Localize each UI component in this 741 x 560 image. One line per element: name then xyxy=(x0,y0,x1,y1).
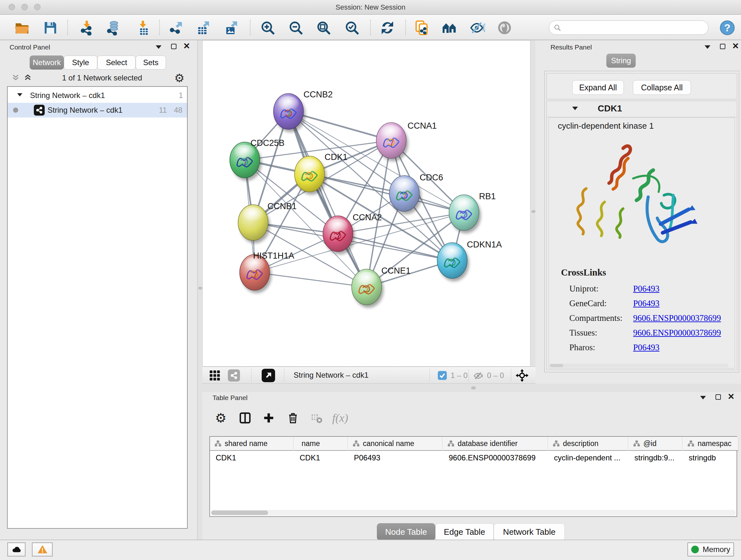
zoom-selected-button[interactable] xyxy=(343,19,360,37)
string-view-icon[interactable] xyxy=(228,369,240,381)
table-cell[interactable]: P06493 xyxy=(348,451,443,464)
table-hscrollbar[interactable] xyxy=(211,510,736,516)
network-node-CCNB1[interactable]: CCNB1 xyxy=(238,201,297,243)
network-node-CDC25B[interactable]: CDC25B xyxy=(230,138,285,181)
collapse-all-button[interactable]: Collapse All xyxy=(633,80,691,95)
fit-content-crosshair-icon[interactable] xyxy=(516,369,529,382)
cloud-status-button[interactable] xyxy=(7,543,25,557)
panel-close-icon[interactable]: ✕ xyxy=(728,393,735,400)
column-header-namespac[interactable]: namespac xyxy=(683,437,738,451)
panel-float-icon[interactable] xyxy=(716,394,721,400)
network-node-CCNB2[interactable]: CCNB2 xyxy=(273,90,333,132)
help-button[interactable]: ? xyxy=(719,19,736,37)
create-column-icon[interactable] xyxy=(261,410,276,426)
network-node-CDC6[interactable]: CDC6 xyxy=(389,173,443,214)
table-hscrollbar-thumb[interactable] xyxy=(211,510,268,515)
crosslink-link[interactable]: P06493 xyxy=(633,299,660,308)
horizontal-splitter[interactable] xyxy=(202,384,741,392)
import-network-file-button[interactable] xyxy=(78,19,95,37)
search-input[interactable] xyxy=(564,22,704,33)
warning-status-button[interactable] xyxy=(32,543,53,557)
selected-checkbox-icon[interactable] xyxy=(438,371,447,380)
traffic-light-minimize-icon[interactable] xyxy=(21,4,28,10)
panel-float-icon[interactable] xyxy=(171,44,177,49)
birdseye-view-icon[interactable] xyxy=(262,369,275,382)
table-cell[interactable]: CDK1 xyxy=(210,451,293,464)
table-cell[interactable]: stringdb xyxy=(683,451,738,464)
export-network-button[interactable] xyxy=(167,19,185,37)
crosslink-link[interactable]: 9606.ENSP00000378699 xyxy=(633,313,721,323)
tab-edge-table[interactable]: Edge Table xyxy=(435,523,494,541)
network-node-HIST1H1A[interactable]: HIST1H1A xyxy=(240,251,294,293)
expand-all-chevrons-icon[interactable] xyxy=(23,73,32,82)
column-header-database-identifier[interactable]: database identifier xyxy=(443,437,548,451)
results-hscrollbar[interactable] xyxy=(549,364,728,368)
column-header--id[interactable]: @id xyxy=(629,437,683,451)
zoom-fit-button[interactable] xyxy=(315,19,332,37)
tab-select[interactable]: Select xyxy=(97,56,136,70)
panel-menu-icon[interactable] xyxy=(700,396,706,399)
memory-button[interactable]: Memory xyxy=(687,543,734,557)
network-node-CDK1[interactable]: CDK1 xyxy=(294,152,347,195)
tree-expand-caret-icon[interactable] xyxy=(17,93,22,97)
table-options-gear-icon[interactable]: ⚙ xyxy=(213,410,228,426)
export-table-button[interactable] xyxy=(195,19,212,37)
network-edge-CCNA2-CDKN1A[interactable] xyxy=(338,234,452,260)
show-graphics-details-button[interactable] xyxy=(496,19,513,37)
column-header-shared-name[interactable]: shared name xyxy=(210,437,293,451)
import-table-file-button[interactable] xyxy=(134,19,151,37)
network-node-CDKN1A[interactable]: CDKN1A xyxy=(437,240,502,281)
panel-close-icon[interactable]: ✕ xyxy=(732,43,739,49)
traffic-light-zoom-icon[interactable] xyxy=(34,4,41,10)
table-cell[interactable]: stringdb:9... xyxy=(629,451,683,464)
refresh-button[interactable] xyxy=(379,19,396,37)
hide-graphics-button[interactable] xyxy=(469,19,486,37)
network-collection-row[interactable]: String Network – cdk1 1 xyxy=(8,88,187,103)
panel-menu-icon[interactable] xyxy=(704,45,711,49)
traffic-light-close-icon[interactable] xyxy=(9,4,15,10)
export-image-button[interactable] xyxy=(223,19,240,37)
column-header-canonical-name[interactable]: canonical name xyxy=(348,437,443,451)
table-cell[interactable]: CDK1 xyxy=(294,451,348,464)
panel-close-icon[interactable]: ✕ xyxy=(183,43,190,49)
import-network-database-button[interactable] xyxy=(105,19,122,37)
network-graph[interactable]: CCNB2CCNA1CDC25BCDK1CDC6RB1CCNB1CCNA2CDK… xyxy=(203,41,530,366)
tab-string[interactable]: String xyxy=(606,54,636,68)
tab-style[interactable]: Style xyxy=(64,56,97,70)
delete-column-icon[interactable] xyxy=(285,410,300,426)
panel-float-icon[interactable] xyxy=(720,44,725,49)
tab-sets[interactable]: Sets xyxy=(136,56,166,70)
column-header-name[interactable]: name xyxy=(294,437,348,451)
network-node-CCNE1[interactable]: CCNE1 xyxy=(352,266,411,308)
vertical-splitter-right[interactable] xyxy=(530,40,536,384)
table-cell[interactable]: cyclin-dependent ... xyxy=(548,451,628,464)
tab-network[interactable]: Network xyxy=(30,56,64,70)
delete-table-icon[interactable] xyxy=(309,410,324,426)
crosslink-link[interactable]: P06493 xyxy=(633,284,660,294)
show-columns-icon[interactable] xyxy=(238,410,253,426)
table-cell[interactable]: 9606.ENSP00000378699 xyxy=(443,451,548,464)
zoom-in-button[interactable] xyxy=(259,19,276,37)
function-builder-button[interactable]: f(x) xyxy=(333,410,348,426)
network-node-RB1[interactable]: RB1 xyxy=(449,192,496,233)
network-edge-CCNB2-CCNE1[interactable] xyxy=(288,111,367,287)
collapse-all-chevrons-icon[interactable] xyxy=(11,73,20,82)
expand-all-button[interactable]: Expand All xyxy=(572,80,624,95)
tab-node-table[interactable]: Node Table xyxy=(377,523,435,541)
network-options-gear-icon[interactable]: ⚙ xyxy=(174,71,185,85)
crosslink-link[interactable]: 9606.ENSP00000378699 xyxy=(633,328,721,338)
network-row-selected[interactable]: String Network – cdk1 11 48 xyxy=(8,103,187,118)
tab-network-table[interactable]: Network Table xyxy=(494,523,565,541)
open-session-button[interactable] xyxy=(13,19,30,37)
home-button[interactable] xyxy=(441,19,458,37)
section-collapse-caret-icon[interactable] xyxy=(572,107,578,110)
network-canvas[interactable]: CCNB2CCNA1CDC25BCDK1CDC6RB1CCNB1CCNA2CDK… xyxy=(202,40,530,367)
zoom-out-button[interactable] xyxy=(287,19,305,37)
save-session-button[interactable] xyxy=(42,19,59,37)
duplicate-page-button[interactable] xyxy=(413,19,430,37)
panel-menu-icon[interactable] xyxy=(156,45,161,49)
grid-view-icon[interactable] xyxy=(209,369,221,381)
crosslink-link[interactable]: P06493 xyxy=(633,343,660,353)
column-header-description[interactable]: description xyxy=(548,437,628,451)
vertical-splitter-left[interactable] xyxy=(198,40,202,540)
